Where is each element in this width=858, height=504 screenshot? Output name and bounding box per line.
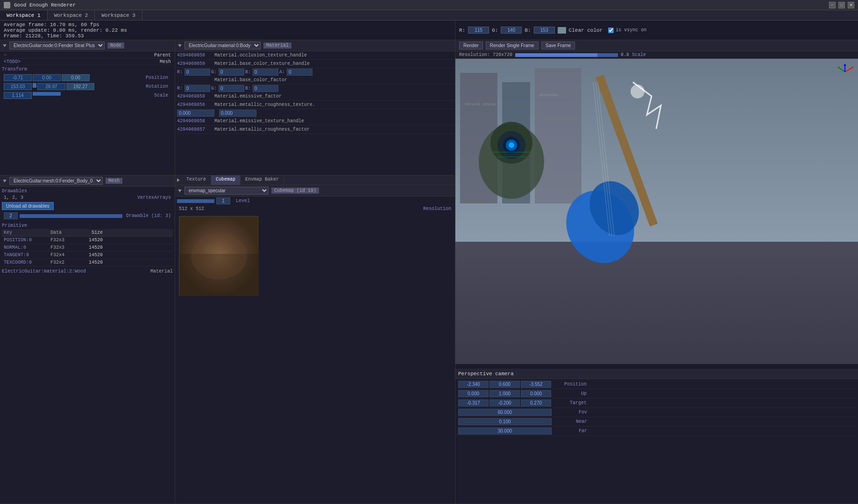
prim-size-3: 14520 xyxy=(77,259,105,266)
texture-preview xyxy=(179,216,258,295)
prim-size-2: 14520 xyxy=(77,252,105,258)
texture-panel: Texture Cubemap Envmap Baker envmap_spec… xyxy=(175,175,455,504)
tab-envmap-baker[interactable]: Envmap Baker xyxy=(241,175,284,185)
rotation-y-input[interactable] xyxy=(37,83,65,90)
level-slider[interactable] xyxy=(177,199,214,203)
float-v1[interactable] xyxy=(177,110,214,117)
unload-drawables-button[interactable]: Unload all drawables xyxy=(2,202,54,210)
cam-far[interactable] xyxy=(458,427,552,434)
scale-slider-fill xyxy=(515,53,597,57)
cubemap-collapse-icon[interactable] xyxy=(178,189,182,192)
drawable-num-input[interactable] xyxy=(4,212,18,219)
workspace-tab-3[interactable]: Workspace 3 xyxy=(95,10,142,20)
mesh-selector[interactable]: ElectricGuitar:mesh:0:Fender_Body_0 xyxy=(9,177,103,185)
level-input[interactable] xyxy=(216,197,230,204)
scale-slider[interactable] xyxy=(33,92,61,96)
save-frame-button[interactable]: Save Frame xyxy=(541,42,575,49)
g-input[interactable] xyxy=(501,27,522,34)
vsync-checkbox[interactable] xyxy=(608,28,614,33)
color-preview[interactable] xyxy=(558,27,566,34)
scale-inputs xyxy=(4,92,137,99)
resolution-label: Resolution xyxy=(423,206,451,211)
rgba-b-1[interactable] xyxy=(253,69,278,76)
cam-up-y[interactable] xyxy=(489,390,520,397)
rotation-z-input[interactable] xyxy=(66,83,94,90)
camera-up-row: Up xyxy=(456,389,857,399)
render-single-button[interactable]: Render Single Frame xyxy=(486,42,539,49)
close-button[interactable]: ✕ xyxy=(848,2,854,8)
viewport-canvas[interactable]: PRIVATE DINING RESTAURA... xyxy=(455,59,858,364)
drawables-section: Drawables 1, 2, 3 VertexArrays Unload al… xyxy=(0,187,175,221)
cam-target-y[interactable] xyxy=(489,399,520,406)
cam-pos-x[interactable] xyxy=(458,381,489,388)
mesh-collapse-icon[interactable] xyxy=(3,180,7,182)
drawables-label: Drawables xyxy=(2,188,173,195)
b-input[interactable] xyxy=(534,27,555,34)
rotation-x-input[interactable] xyxy=(4,83,32,90)
cam-pos-z[interactable] xyxy=(521,381,551,388)
target-cam-label: Target xyxy=(552,400,589,406)
rotation-label: Rotation xyxy=(138,84,171,89)
scale-label: Scale xyxy=(138,93,171,98)
mat-prop-2: Material.base_color_factor xyxy=(213,77,455,83)
cubemap-id-badge: Cubemap (id 19) xyxy=(271,188,319,194)
rgba-g-1[interactable] xyxy=(219,69,244,76)
rgba-r-2[interactable] xyxy=(184,85,210,92)
r-input[interactable] xyxy=(468,27,489,34)
float-row xyxy=(175,109,455,117)
middle-panels: ElectricGuitar:material:0:Body Material … xyxy=(175,40,455,504)
vsync-label[interactable]: is vsync on xyxy=(608,28,646,33)
camera-fov-row: Fov xyxy=(456,408,857,417)
prim-col-data: Data xyxy=(49,230,77,236)
minimize-button[interactable]: − xyxy=(829,2,836,8)
drawable-slider-row: Drawable (id: 3) xyxy=(2,211,173,220)
position-row: Position xyxy=(2,73,173,82)
axes-svg xyxy=(836,63,854,81)
main-layout: ElectricGuitar:node:0:Fender Strat Plus … xyxy=(0,40,858,504)
mat-prop-1: Material.base_color_texture_handle xyxy=(213,61,455,67)
fov-cam-label: Fov xyxy=(553,410,590,415)
mat-id-3: 4294969858 xyxy=(175,93,213,99)
tab-texture[interactable]: Texture xyxy=(182,175,211,185)
material-selector[interactable]: ElectricGuitar:material:0:Body xyxy=(184,42,261,49)
position-z-input[interactable] xyxy=(62,74,90,81)
window-controls[interactable]: − □ ✕ xyxy=(829,2,854,8)
rgba-a-1[interactable] xyxy=(287,69,312,76)
workspace-tab-1[interactable]: Workspace 1 xyxy=(0,10,48,20)
cam-up-z[interactable] xyxy=(521,390,551,397)
svg-rect-7 xyxy=(535,68,581,203)
drawable-slider[interactable] xyxy=(20,214,122,218)
prim-row-0: POSITION:0 F32x3 14520 xyxy=(2,237,173,244)
cam-up-x[interactable] xyxy=(458,390,489,397)
material-collapse-icon[interactable] xyxy=(178,44,182,47)
scale-input[interactable] xyxy=(4,92,32,99)
cam-target-x[interactable] xyxy=(458,399,489,406)
node-collapse-icon[interactable] xyxy=(3,44,7,47)
cam-near[interactable] xyxy=(458,418,552,425)
stat-line-1: Average frame: 16.70 ms, 60 fps xyxy=(4,22,451,28)
scale-slider[interactable] xyxy=(515,53,618,57)
title-bar-left: Good Enough Renderer xyxy=(4,2,76,8)
rgba-r-1[interactable] xyxy=(184,69,210,76)
maximize-button[interactable]: □ xyxy=(838,2,845,8)
prim-size-0: 14520 xyxy=(77,237,105,243)
float-v2[interactable] xyxy=(219,110,256,117)
cubemap-selector[interactable]: envmap_specular xyxy=(184,187,269,195)
tab-cubemap[interactable]: Cubemap xyxy=(211,175,241,185)
texture-panel-icon[interactable] xyxy=(177,178,180,182)
position-x-input[interactable] xyxy=(4,74,32,81)
node-selector[interactable]: ElectricGuitar:node:0:Fender Strat Plus xyxy=(9,42,105,49)
camera-near-row: Near xyxy=(456,417,857,427)
rgba-b-2[interactable] xyxy=(253,85,278,92)
cam-fov[interactable] xyxy=(458,409,552,416)
cam-target-z[interactable] xyxy=(521,399,551,406)
cam-pos-y[interactable] xyxy=(489,381,520,388)
prim-col-key: Key xyxy=(2,230,49,236)
position-y-input[interactable] xyxy=(33,74,61,81)
render-button[interactable]: Render xyxy=(459,42,483,49)
g-label: G: xyxy=(492,28,498,33)
workspace-tab-2[interactable]: Workspace 2 xyxy=(48,10,95,20)
texture-tabs: Texture Cubemap Envmap Baker xyxy=(175,175,455,185)
rgba-g-2[interactable] xyxy=(219,85,244,92)
camera-panel-header: Perspective camera xyxy=(455,369,858,379)
